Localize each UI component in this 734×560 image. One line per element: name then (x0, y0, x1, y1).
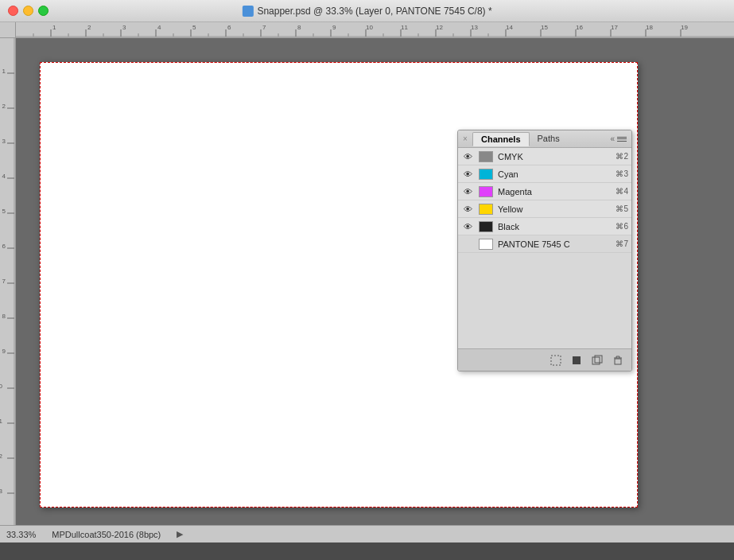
visibility-icon-cyan[interactable]: 👁 (461, 168, 474, 181)
svg-text:5: 5 (192, 24, 196, 31)
ruler-corner (0, 22, 16, 38)
channel-name-black: Black (498, 222, 616, 231)
ruler-top-svg: 1 2 3 4 5 6 7 8 9 10 11 12 13 1 (16, 22, 734, 37)
svg-text:19: 19 (681, 24, 688, 31)
svg-text:9: 9 (332, 24, 336, 31)
delete-channel-button[interactable] (611, 353, 625, 368)
channel-name-yellow: Yellow (498, 204, 616, 214)
channel-name-pantone: PANTONE 7545 C (498, 239, 616, 249)
channel-name-cmyk: CMYK (498, 152, 616, 161)
visibility-icon-yellow[interactable]: 👁 (461, 203, 474, 216)
titlebar-title: Snapper.psd @ 33.3% (Layer 0, PANTONE 75… (242, 6, 491, 17)
svg-text:18: 18 (646, 24, 653, 31)
svg-text:8: 8 (2, 313, 6, 320)
load-selection-button[interactable] (549, 353, 563, 368)
statusbar: 33.33% MPDullcoat350-2016 (8bpc) ▶ (0, 525, 734, 542)
svg-rect-83 (595, 356, 602, 363)
channel-shortcut-yellow: ⌘5 (616, 204, 628, 213)
channel-thumb-cmyk (479, 151, 493, 162)
maximize-button[interactable] (38, 6, 49, 16)
channel-shortcut-pantone: ⌘7 (616, 239, 628, 248)
tab-channels[interactable]: Channels (472, 132, 530, 146)
tab-paths[interactable]: Paths (530, 132, 568, 146)
svg-text:4: 4 (157, 24, 161, 31)
svg-text:9: 9 (2, 348, 6, 355)
svg-rect-81 (573, 356, 581, 364)
svg-text:11: 11 (0, 418, 3, 425)
channel-row-cyan[interactable]: 👁 Cyan ⌘3 (458, 165, 631, 183)
window-controls (8, 6, 49, 16)
load-selection-icon (550, 354, 562, 367)
svg-rect-82 (592, 357, 600, 364)
channel-thumb-yellow (479, 204, 493, 215)
channel-thumb-pantone (479, 239, 493, 250)
panel-close-button[interactable]: × (461, 135, 469, 143)
svg-text:16: 16 (576, 24, 583, 31)
zoom-level: 33.33% (6, 530, 36, 539)
visibility-icon-cmyk[interactable]: 👁 (461, 150, 474, 163)
svg-rect-80 (551, 356, 561, 365)
visibility-icon-magenta[interactable]: 👁 (461, 185, 474, 198)
svg-text:4: 4 (2, 173, 6, 180)
svg-text:7: 7 (2, 278, 6, 285)
visibility-icon-black[interactable]: 👁 (461, 220, 474, 233)
titlebar: Snapper.psd @ 33.3% (Layer 0, PANTONE 75… (0, 0, 734, 22)
channel-from-selection-icon (570, 354, 583, 367)
channel-list: 👁 CMYK ⌘2 👁 Cyan ⌘3 👁 Magenta ⌘4 (458, 148, 631, 253)
svg-text:3: 3 (2, 138, 6, 145)
svg-text:6: 6 (2, 243, 6, 250)
channel-row-cmyk[interactable]: 👁 CMYK ⌘2 (458, 148, 631, 165)
svg-text:13: 13 (471, 24, 478, 31)
svg-text:11: 11 (401, 24, 408, 31)
ruler-left-svg: 1 2 3 4 5 6 7 8 9 10 11 12 13 (0, 38, 15, 542)
channel-name-magenta: Magenta (498, 187, 616, 196)
app-icon (242, 6, 253, 17)
svg-text:6: 6 (227, 24, 231, 31)
svg-text:17: 17 (611, 24, 618, 31)
channel-row-yellow[interactable]: 👁 Yellow ⌘5 (458, 200, 631, 218)
panel-footer (458, 348, 631, 371)
panel-header: × Channels Paths « (458, 130, 631, 148)
close-button[interactable] (8, 6, 18, 16)
ruler-left: 1 2 3 4 5 6 7 8 9 10 11 12 13 (0, 38, 16, 542)
ruler-top: 1 2 3 4 5 6 7 8 9 10 11 12 13 1 (16, 22, 734, 38)
channel-row-pantone[interactable]: 👁 PANTONE 7545 C ⌘7 (458, 235, 631, 253)
channel-thumb-cyan (479, 169, 493, 180)
svg-text:1: 1 (2, 68, 6, 75)
workspace: 1 2 3 4 5 6 7 8 9 10 11 12 13 1 (0, 22, 734, 542)
svg-text:2: 2 (87, 24, 91, 31)
minimize-button[interactable] (23, 6, 33, 16)
svg-text:12: 12 (0, 453, 3, 460)
delete-channel-icon (612, 354, 624, 367)
channel-shortcut-cmyk: ⌘2 (616, 152, 628, 161)
svg-text:13: 13 (0, 488, 3, 495)
channel-shortcut-black: ⌘6 (616, 222, 628, 231)
panel-tabs: Channels Paths (469, 132, 608, 146)
visibility-icon-pantone[interactable]: 👁 (461, 238, 474, 251)
panel-menu-button[interactable] (617, 134, 628, 145)
channel-thumb-magenta (479, 186, 493, 197)
svg-text:3: 3 (122, 24, 126, 31)
channel-row-magenta[interactable]: 👁 Magenta ⌘4 (458, 183, 631, 200)
channel-empty-area (458, 253, 631, 348)
new-channel-button[interactable] (590, 353, 604, 368)
statusbar-arrow[interactable]: ▶ (177, 529, 183, 539)
channel-thumb-black (479, 221, 493, 232)
new-channel-icon (591, 354, 604, 367)
color-profile: MPDullcoat350-2016 (8bpc) (52, 530, 161, 539)
channel-shortcut-cyan: ⌘3 (616, 169, 628, 178)
svg-text:14: 14 (506, 24, 513, 31)
svg-text:10: 10 (0, 383, 3, 390)
svg-text:5: 5 (2, 208, 6, 215)
channel-from-selection-button[interactable] (569, 353, 584, 368)
channels-panel: × Channels Paths « 👁 CMYK ⌘2 👁 (457, 130, 632, 371)
svg-text:12: 12 (436, 24, 443, 31)
svg-text:8: 8 (297, 24, 301, 31)
svg-text:15: 15 (541, 24, 548, 31)
channel-name-cyan: Cyan (498, 169, 616, 179)
channel-row-black[interactable]: 👁 Black ⌘6 (458, 218, 631, 235)
panel-collapse-button[interactable]: « (608, 134, 617, 143)
svg-text:2: 2 (2, 103, 6, 110)
svg-rect-84 (615, 359, 621, 364)
svg-text:1: 1 (52, 24, 56, 31)
